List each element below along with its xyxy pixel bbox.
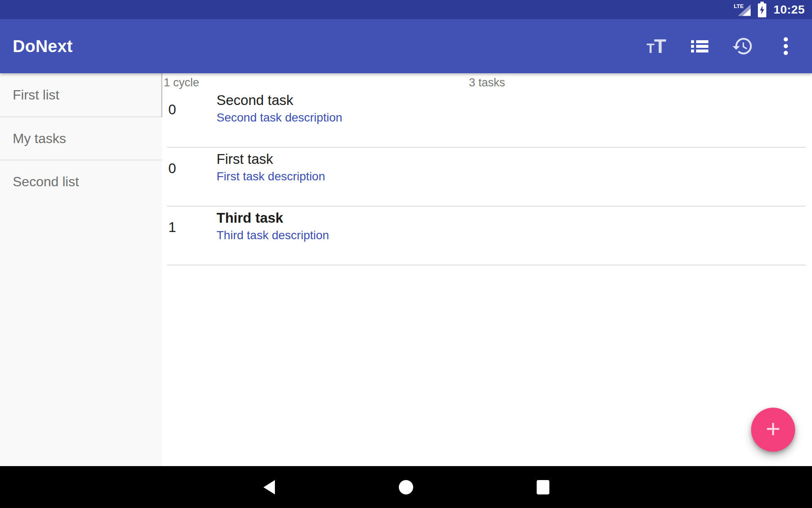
task-cycle-count: 0 [168,160,176,177]
donext-app-screen: LTE 10:25 DoNext T T [0,0,812,508]
task-row[interactable]: 0 Second task Second task description [167,89,806,148]
battery-charging-icon [757,2,767,18]
android-nav-bar [0,466,812,508]
format-size-button[interactable]: T T [645,35,667,57]
sidebar-item-first-list[interactable]: First list [0,73,162,116]
clock-time: 10:25 [774,3,805,17]
app-title: DoNext [13,37,645,56]
list-icon [691,40,708,52]
home-icon [399,480,413,494]
overflow-menu-button[interactable] [775,35,797,57]
app-bar: DoNext T T [0,19,812,73]
recents-icon [537,480,549,494]
sidebar-item-second-list[interactable]: Second list [0,160,162,203]
task-row[interactable]: 0 First task First task description [167,148,806,207]
list-summary-header: 1 cycle 3 tasks [162,73,812,89]
task-title: Second task [217,91,342,109]
task-count-label: 3 tasks [162,76,812,89]
task-row[interactable]: 1 Third task Third task description [167,207,806,265]
sidebar-item-label: First list [13,87,59,103]
back-button[interactable] [259,477,279,497]
list-view-button[interactable] [689,35,710,57]
status-bar: LTE 10:25 [0,0,812,19]
task-description: Third task description [217,228,329,243]
sidebar-item-label: My tasks [13,131,66,146]
task-description: Second task description [217,110,342,125]
task-cycle-count: 1 [168,218,176,236]
network-type-label: LTE [734,3,744,9]
add-task-fab[interactable]: + [751,408,795,452]
overflow-menu-icon [784,37,788,55]
task-list-panel: 1 cycle 3 tasks 0 Second task Second tas… [162,73,812,466]
lists-sidebar: First list My tasks Second list [0,73,162,466]
task-description: First task description [217,169,325,184]
plus-icon: + [765,416,780,442]
task-title: Third task [217,209,329,227]
task-list: 0 Second task Second task description 0 … [167,89,806,265]
history-icon [732,34,754,58]
home-button[interactable] [396,477,416,497]
task-cycle-count: 0 [168,101,176,119]
signal-strength-icon: LTE [734,2,751,17]
format-size-icon: T T [647,39,667,54]
app-bar-actions: T T [645,35,797,57]
back-icon [263,480,275,494]
recents-button[interactable] [533,477,553,497]
history-button[interactable] [732,35,754,57]
sidebar-item-my-tasks[interactable]: My tasks [0,116,162,160]
sidebar-item-label: Second list [13,174,79,190]
task-title: First task [217,150,325,168]
